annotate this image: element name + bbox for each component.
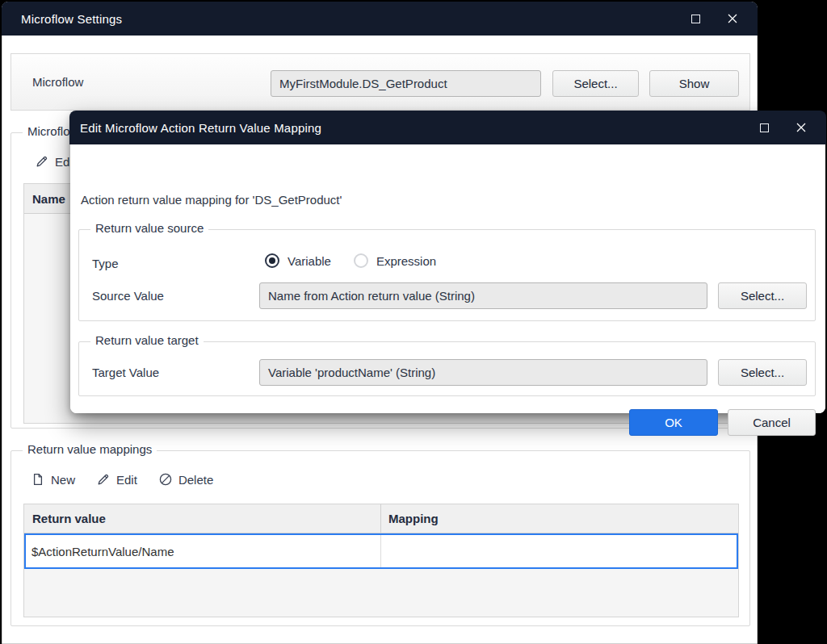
microflow-value-field[interactable]: MyFirstModule.DS_GetProduct: [271, 70, 541, 97]
return-value-source-group: Return value source Type Variable Expres…: [78, 229, 816, 321]
new-button-label: New: [51, 473, 75, 487]
source-value-label: Source Value: [92, 289, 164, 303]
delete-button[interactable]: Delete: [158, 472, 213, 487]
ok-button[interactable]: OK: [629, 409, 718, 436]
edit-mapping-dialog: Edit Microflow Action Return Value Mappi…: [70, 111, 825, 413]
target-value-label: Target Value: [92, 366, 159, 379]
microflow-panel: Microflow MyFirstModule.DS_GetProduct Se…: [10, 53, 750, 111]
circle-slash-icon: [158, 472, 173, 487]
maximize-button[interactable]: [677, 2, 714, 36]
edit-button[interactable]: Edit: [96, 472, 137, 487]
pencil-icon: [35, 154, 49, 169]
pencil-icon: [96, 472, 111, 487]
close-button[interactable]: [783, 111, 820, 144]
target-group-label: Return value target: [90, 333, 204, 347]
target-select-button[interactable]: Select...: [718, 359, 807, 386]
close-icon: [796, 122, 807, 133]
name-column-header: Name: [32, 192, 65, 206]
modal-titlebar[interactable]: Edit Microflow Action Return Value Mappi…: [69, 111, 826, 144]
source-group-label: Return value source: [90, 221, 208, 235]
type-radio-group: Variable Expression: [265, 253, 451, 268]
mappings-toolbar: New Edit: [31, 472, 213, 487]
close-button[interactable]: [714, 2, 751, 36]
modal-title: Edit Microflow Action Return Value Mappi…: [69, 121, 321, 135]
window-controls: [677, 2, 758, 36]
mapping-cell: [381, 533, 738, 569]
source-value-field[interactable]: Name from Action return value (String): [259, 282, 707, 309]
delete-button-label: Delete: [178, 473, 213, 487]
target-value-field[interactable]: Variable 'productName' (String): [259, 359, 707, 386]
mapping-column-header: Mapping: [381, 504, 738, 533]
return-value-target-group: Return value target Target Value Variabl…: [78, 341, 816, 396]
window-title: Microflow Settings: [2, 12, 122, 26]
mapping-description: Action return value mapping for 'DS_GetP…: [81, 193, 342, 207]
modal-body: Action return value mapping for 'DS_GetP…: [70, 144, 825, 413]
modal-footer: OK Cancel: [70, 409, 825, 436]
type-label: Type: [92, 257, 119, 270]
microflow-select-button[interactable]: Select...: [552, 70, 639, 97]
modal-window-controls: [745, 111, 826, 144]
expression-radio[interactable]: [354, 253, 368, 268]
maximize-button[interactable]: [745, 111, 783, 144]
main-titlebar[interactable]: Microflow Settings: [2, 2, 758, 36]
microflow-label: Microflow: [32, 54, 83, 110]
screen: Microflow Settings Microflow MyFirstModu…: [0, 0, 827, 644]
close-icon: [727, 13, 738, 24]
microflow-show-button[interactable]: Show: [649, 70, 739, 97]
maximize-icon: [691, 15, 700, 23]
mapping-table-row[interactable]: $ActionReturnValue/Name: [24, 533, 738, 569]
variable-radio[interactable]: [265, 253, 279, 268]
expression-radio-label[interactable]: Expression: [376, 254, 436, 268]
page-icon: [31, 472, 45, 487]
return-value-mappings-group: Return value mappings New: [10, 450, 750, 626]
return-value-column-header: Return value: [24, 504, 381, 533]
source-select-button[interactable]: Select...: [718, 282, 807, 309]
new-button[interactable]: New: [31, 472, 75, 487]
mappings-table: Return value Mapping $ActionReturnValue/…: [23, 504, 739, 617]
arguments-group-label: Microflo: [23, 124, 75, 138]
return-value-cell: $ActionReturnValue/Name: [24, 533, 381, 569]
mappings-table-header: Return value Mapping: [24, 504, 738, 533]
maximize-icon: [760, 123, 769, 132]
cancel-button[interactable]: Cancel: [728, 409, 816, 436]
variable-radio-label[interactable]: Variable: [288, 254, 331, 268]
edit-button-label: Edit: [116, 473, 137, 487]
mappings-group-label: Return value mappings: [23, 442, 157, 456]
arguments-edit-button[interactable]: Edi: [35, 154, 73, 169]
